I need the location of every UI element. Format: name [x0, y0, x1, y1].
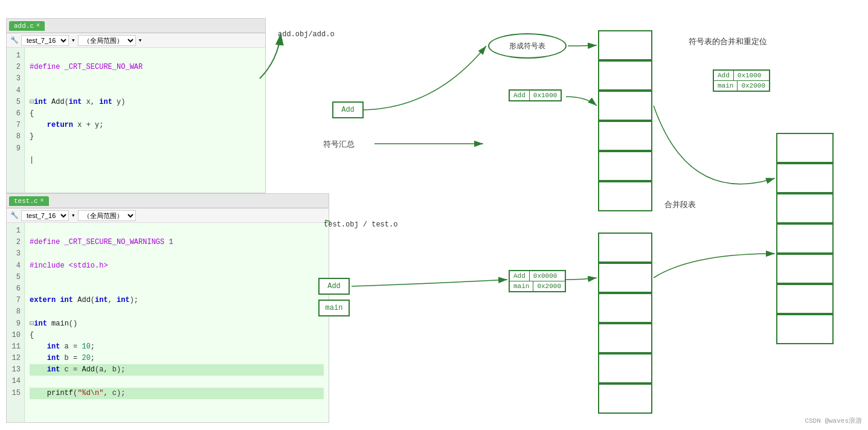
- seg-rect-b6: [598, 383, 652, 414]
- editor-content-add: 1234 56789 #define _CRT_SECURE_NO_WAR ⊟i…: [7, 48, 265, 193]
- line-numbers-test: 12345 678910 1112131415: [7, 223, 25, 422]
- merged-rect-1: [776, 133, 834, 163]
- merge-segs-label: 合并段表: [664, 199, 696, 210]
- line-numbers-add: 1234 56789: [7, 48, 25, 193]
- toolbar-sep: ▾: [71, 36, 76, 44]
- addr-top-name: Add: [510, 91, 530, 100]
- tab-test-c[interactable]: test.c ×: [9, 196, 49, 206]
- seg-rect-5: [598, 151, 652, 181]
- addr-table-bottom: Add 0x0000 main 0x2000: [509, 270, 566, 292]
- form-symbol-oval: 形成符号表: [488, 33, 567, 59]
- seg-rect-b2: [598, 263, 652, 293]
- addr-top-val: 0x1000: [530, 91, 561, 100]
- seg-rect-b1: [598, 233, 652, 263]
- merge-reloc-label: 符号表的合并和重定位: [689, 36, 767, 47]
- addr-table-top: Add 0x1000: [509, 89, 562, 101]
- watermark: CSDN @waves浪游: [805, 416, 862, 425]
- tab-close-test[interactable]: ×: [40, 197, 44, 204]
- addr-bot-add-name: Add: [510, 271, 530, 281]
- merged-rect-2: [776, 163, 834, 193]
- add-symbol-top: Add: [332, 101, 364, 118]
- seg-rect-b3: [598, 293, 652, 323]
- tab-bar-add: add.c ×: [7, 19, 265, 33]
- editor-test-c[interactable]: test.c × 🔧 test_7_16 ▾ （全局范围） 12345 6789…: [6, 193, 329, 423]
- main-symbol-bottom: main: [318, 300, 350, 316]
- toolbar-add: 🔧 test_7_16 ▾ （全局范围） ▾: [7, 33, 265, 48]
- merged-add-val: 0x1000: [734, 71, 765, 80]
- tab-label-add: add.c: [14, 22, 34, 30]
- editor-content-test: 12345 678910 1112131415 #define _CRT_SEC…: [7, 223, 329, 422]
- merged-rect-5: [776, 254, 834, 284]
- seg-rect-3: [598, 91, 652, 121]
- toolbar-test: 🔧 test_7_16 ▾ （全局范围）: [7, 208, 329, 223]
- code-test[interactable]: #define _CRT_SECURE_NO_WARNINGS 1 #inclu…: [25, 223, 329, 422]
- toolbar-icon-add: 🔧: [10, 36, 19, 44]
- merged-addr-table: Add 0x1000 main 0x2000: [713, 69, 770, 92]
- editor-add-c[interactable]: add.c × 🔧 test_7_16 ▾ （全局范围） ▾ 1234 5678…: [6, 18, 266, 193]
- tab-add-c[interactable]: add.c ×: [9, 21, 45, 31]
- merged-main-val: 0x2000: [738, 81, 769, 91]
- test-obj-label: test.obj / test.o: [324, 220, 397, 229]
- toolbar-icon-test: 🔧: [10, 211, 19, 219]
- seg-rect-2: [598, 60, 652, 91]
- merged-rect-3: [776, 193, 834, 223]
- add-symbol-bottom: Add: [318, 278, 350, 295]
- seg-rect-1: [598, 30, 652, 60]
- seg-rect-b5: [598, 353, 652, 383]
- merged-rect-7: [776, 314, 834, 344]
- seg-rect-4: [598, 121, 652, 151]
- seg-rect-6: [598, 181, 652, 211]
- scope-select-test[interactable]: （全局范围）: [78, 210, 136, 221]
- tab-label-test: test.c: [14, 197, 38, 205]
- merged-main-name: main: [714, 81, 738, 91]
- toolbar-sep3: ▾: [71, 211, 76, 219]
- merged-rect-4: [776, 223, 834, 254]
- file-select-add[interactable]: test_7_16: [21, 35, 69, 46]
- addr-bot-main-val: 0x2000: [533, 281, 565, 291]
- merged-add-name: Add: [714, 71, 734, 80]
- merged-rect-6: [776, 284, 834, 314]
- tab-bar-test: test.c ×: [7, 194, 329, 208]
- file-select-test[interactable]: test_7_16: [21, 210, 69, 221]
- toolbar-sep2: ▾: [138, 36, 143, 44]
- symbol-summary-label: 符号汇总: [323, 139, 355, 150]
- addr-bot-add-val: 0x0000: [530, 271, 561, 281]
- tab-close-add[interactable]: ×: [36, 22, 40, 29]
- add-obj-label: add.obj/add.o: [278, 30, 335, 39]
- code-add[interactable]: #define _CRT_SECURE_NO_WAR ⊟int Add(int …: [25, 48, 265, 193]
- seg-rect-b4: [598, 323, 652, 353]
- addr-bot-main-name: main: [510, 281, 533, 291]
- form-symbol-text: 形成符号表: [509, 41, 545, 51]
- scope-select-add[interactable]: （全局范围）: [78, 35, 136, 46]
